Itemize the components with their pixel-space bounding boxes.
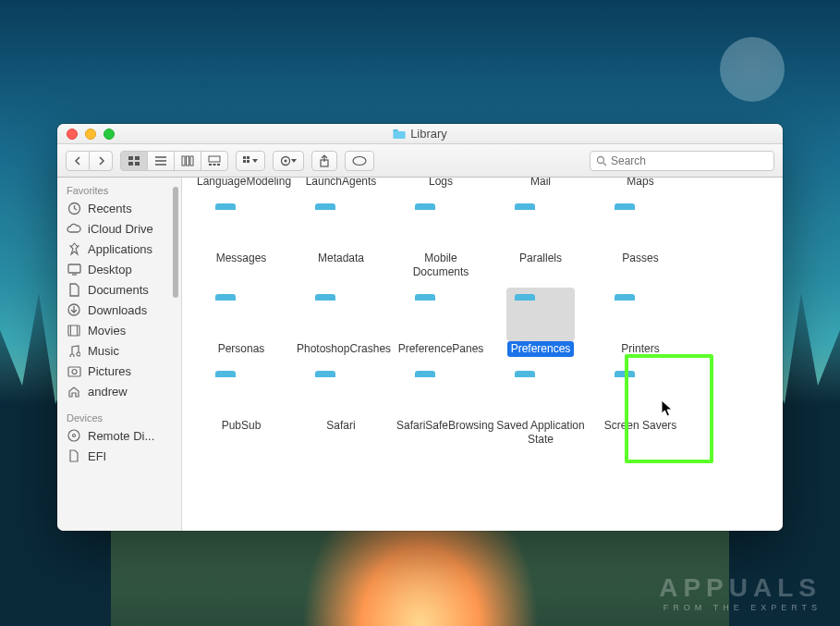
- watermark: APPUALS FROM THE EXPERTS: [659, 573, 822, 612]
- toolbar: [57, 144, 783, 178]
- minimize-button[interactable]: [85, 129, 96, 140]
- svg-rect-17: [247, 160, 250, 163]
- svg-point-34: [68, 430, 79, 441]
- music-icon: [67, 343, 81, 358]
- chevron-left-icon: [74, 156, 82, 166]
- folder-label: SafariSafeBrowsing: [393, 418, 489, 434]
- svg-rect-1: [135, 156, 140, 160]
- share-button[interactable]: [311, 151, 337, 171]
- folder-label: LanguageModeling: [193, 178, 289, 190]
- back-button[interactable]: [66, 151, 90, 171]
- search-field[interactable]: [590, 151, 774, 171]
- folder-icon: [393, 129, 406, 139]
- sidebar-scrollbar[interactable]: [173, 187, 178, 298]
- folder-item[interactable]: Personas: [191, 284, 291, 361]
- list-view-button[interactable]: [147, 151, 175, 171]
- sidebar-item-documents[interactable]: Documents: [57, 279, 181, 300]
- folder-item[interactable]: Screen Savers: [590, 361, 690, 451]
- svg-rect-32: [68, 367, 80, 376]
- disc-icon: [67, 428, 81, 443]
- folder-label: Safari: [323, 418, 359, 434]
- folder-item[interactable]: PreferencePanes: [391, 284, 491, 361]
- search-input[interactable]: [611, 154, 768, 167]
- sidebar-item-label: Music: [88, 344, 119, 358]
- svg-rect-15: [247, 156, 250, 159]
- nav-buttons: [66, 151, 113, 171]
- svg-point-19: [285, 159, 287, 162]
- folder-icon: [311, 368, 371, 414]
- arrange-group: [236, 151, 265, 171]
- forward-button[interactable]: [89, 151, 113, 171]
- sidebar-item-remote-disc[interactable]: Remote Di...: [57, 425, 181, 446]
- sidebar-item-label: Recents: [88, 202, 132, 215]
- sidebar-item-label: Pictures: [88, 364, 131, 378]
- sidebar-item-efi[interactable]: EFI: [57, 446, 181, 466]
- clock-icon: [67, 201, 81, 215]
- applications-icon: [67, 241, 81, 256]
- folder-item[interactable]: Passes: [590, 193, 690, 284]
- folder-item[interactable]: Maps: [590, 178, 690, 193]
- svg-rect-8: [187, 156, 189, 166]
- list-icon: [154, 155, 167, 166]
- folder-item[interactable]: Mobile Documents: [391, 193, 491, 284]
- folder-item[interactable]: Preferences: [491, 284, 590, 361]
- sidebar-item-downloads[interactable]: Downloads: [57, 300, 181, 320]
- svg-rect-12: [213, 164, 216, 166]
- folder-item[interactable]: Safari: [291, 361, 391, 451]
- share-icon: [319, 154, 330, 167]
- columns-icon: [181, 155, 194, 166]
- view-buttons: [120, 151, 228, 171]
- sidebar-item-movies[interactable]: Movies: [57, 320, 181, 340]
- window-controls: [67, 129, 115, 140]
- folder-item[interactable]: LaunchAgents: [291, 178, 391, 193]
- folder-item[interactable]: PubSub: [191, 361, 291, 451]
- arrange-button[interactable]: [236, 151, 265, 171]
- movies-icon: [67, 323, 81, 338]
- gallery-view-button[interactable]: [201, 151, 228, 171]
- svg-rect-10: [209, 156, 220, 162]
- sidebar-item-recents[interactable]: Recents: [57, 198, 181, 218]
- folder-item[interactable]: LanguageModeling: [191, 178, 291, 193]
- svg-point-33: [72, 369, 77, 374]
- folder-row: LanguageModelingLaunchAgentsLogsMailMaps: [191, 178, 773, 193]
- sidebar-item-music[interactable]: Music: [57, 340, 181, 361]
- sidebar-item-home[interactable]: andrew: [57, 381, 181, 401]
- svg-rect-0: [128, 156, 133, 160]
- folder-icon: [611, 291, 670, 338]
- folder-item[interactable]: Messages: [191, 193, 291, 284]
- svg-point-22: [353, 156, 366, 165]
- folder-label: Metadata: [314, 251, 368, 266]
- grid-icon: [128, 155, 140, 166]
- sidebar-section-devices: Devices: [57, 409, 181, 425]
- folder-item[interactable]: PhotoshopCrashes: [291, 284, 391, 361]
- tags-button[interactable]: [345, 151, 374, 171]
- svg-rect-7: [182, 156, 185, 166]
- action-button[interactable]: [273, 151, 304, 171]
- folder-item[interactable]: SafariSafeBrowsing: [391, 361, 491, 451]
- folder-label: Printers: [617, 341, 663, 357]
- column-view-button[interactable]: [174, 151, 201, 171]
- folder-item[interactable]: Printers: [590, 284, 690, 361]
- arrange-icon: [243, 155, 258, 166]
- folder-icon: [212, 368, 271, 414]
- sidebar-item-desktop[interactable]: Desktop: [57, 259, 181, 279]
- folder-item[interactable]: Parallels: [491, 193, 590, 284]
- folder-item[interactable]: Saved Application State: [491, 361, 590, 451]
- close-button[interactable]: [67, 129, 78, 140]
- window-title: Library: [393, 127, 447, 141]
- folder-icon: [511, 368, 570, 414]
- gear-icon: [280, 155, 297, 166]
- folder-item[interactable]: Mail: [491, 178, 590, 193]
- sidebar-item-applications[interactable]: Applications: [57, 239, 181, 259]
- folder-item[interactable]: Metadata: [291, 193, 391, 284]
- folder-icon: [212, 291, 271, 338]
- icon-view-button[interactable]: [120, 151, 148, 171]
- folder-label: Personas: [214, 341, 269, 357]
- svg-rect-14: [243, 156, 246, 159]
- folder-item[interactable]: Logs: [391, 178, 491, 193]
- titlebar[interactable]: Library: [57, 124, 783, 144]
- maximize-button[interactable]: [103, 129, 115, 140]
- content-area[interactable]: LanguageModelingLaunchAgentsLogsMailMaps…: [182, 178, 783, 531]
- sidebar-item-icloud[interactable]: iCloud Drive: [57, 218, 181, 239]
- sidebar-item-pictures[interactable]: Pictures: [57, 361, 181, 381]
